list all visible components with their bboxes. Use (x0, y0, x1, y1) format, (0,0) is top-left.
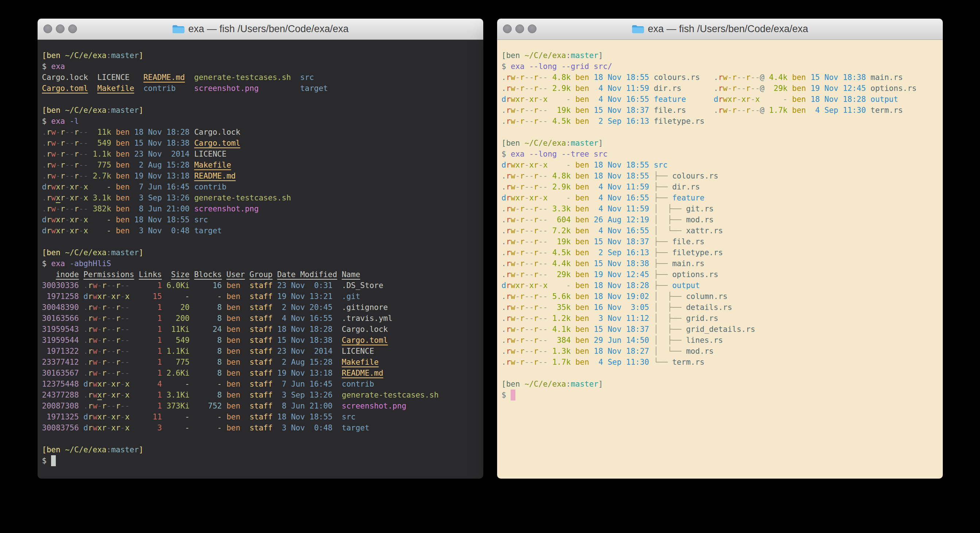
terminal-line: .rw-r--r-- 2.9k ben 4 Nov 11:59 ├── dir.… (501, 182, 940, 192)
terminal-line: .rw-r--r-- 7.2k ben 4 Nov 16:55 │ └── xa… (501, 225, 940, 236)
terminal-line: 24377288 .rwxr-xr-x 1 3.1Ki 8 ben staff … (42, 389, 480, 401)
terminal-line (42, 94, 480, 105)
terminal-line: .rw-r--r-- 5.6k ben 18 Nov 19:02 │ ├── c… (501, 291, 940, 302)
terminal-line: 30030336 .rw-r--r-- 1 6.0Ki 16 ben staff… (42, 280, 480, 291)
terminal-line: .rw-r--r-- 19k ben 15 Nov 18:37 ├── file… (501, 236, 940, 247)
terminal-line: $ exa --long --tree src (501, 148, 940, 160)
terminal-line: drwxr-xr-x - ben 7 Jun 16:45 contrib (42, 182, 480, 192)
terminal-line: [ben ~/C/e/exa:master] (42, 50, 480, 61)
desktop-background: { "windows": [ { "id": "terminal-dark", … (0, 0, 980, 533)
terminal-line: .rw-r--r-- 1.2k ben 3 Nov 11:12 │ ├── gr… (501, 313, 940, 324)
terminal-line: .rw-r--r-- 2.9k ben 4 Nov 11:59 dir.rs .… (501, 83, 940, 94)
terminal-line: 23377412 .rw-r--r-- 1 775 8 ben staff 2 … (42, 357, 480, 368)
terminal-line: 31959543 .rw-r--r-- 1 11Ki 24 ben staff … (42, 324, 480, 335)
window-title-group: exa — fish /Users/ben/Code/exa/exa (632, 23, 808, 35)
terminal-cursor (51, 455, 56, 466)
terminal-line: .rw-r--r-- 1.1k ben 23 Nov 2014 LICENCE (42, 148, 480, 160)
traffic-lights (43, 24, 77, 33)
terminal-line: .rwxr-xr-x 3.1k ben 3 Sep 13:26 generate… (42, 192, 480, 203)
terminal-window-light: exa — fish /Users/ben/Code/exa/exa [ben … (497, 19, 943, 479)
terminal-line: .rw-r--r-- 4.8k ben 18 Nov 18:55 colours… (501, 72, 940, 83)
close-button[interactable] (503, 24, 512, 33)
terminal-line: .rw-r--r-- 2.7k ben 19 Nov 13:18 README.… (42, 171, 480, 182)
terminal-line: inode Permissions Links Size Blocks User… (42, 269, 480, 280)
terminal-line: 1971258 drwxr-xr-x 15 - - ben staff 19 N… (42, 291, 480, 302)
terminal-line: 20087308 .rw-r--r-- 1 373Ki 752 ben staf… (42, 401, 480, 412)
terminal-line: drwxr-xr-x - ben 3 Nov 0:48 target (42, 225, 480, 236)
terminal-line: $ (42, 455, 480, 466)
terminal-line: 30048390 .rw-r--r-- 1 20 8 ben staff 2 N… (42, 302, 480, 313)
zoom-button[interactable] (68, 24, 77, 33)
terminal-line: .rw-r--r-- 29k ben 19 Nov 12:45 ├── opti… (501, 269, 940, 280)
terminal-line: drwxr-xr-x - ben 4 Nov 16:55 feature drw… (501, 94, 940, 105)
terminal-line: 30163566 .rw-r--r-- 1 200 8 ben staff 4 … (42, 313, 480, 324)
titlebar[interactable]: exa — fish /Users/ben/Code/exa/exa (497, 19, 943, 40)
terminal-line: 30083756 drwxr-xr-x 3 - - ben staff 3 No… (42, 422, 480, 433)
terminal-line: 12375448 drwxr-xr-x 4 - - ben staff 7 Ju… (42, 378, 480, 389)
terminal-line: drwxr-xr-x - ben 18 Nov 18:55 src (42, 214, 480, 225)
terminal-line: $ exa -l (42, 116, 480, 127)
terminal-line: .rw-r--r-- 1.3k ben 18 Nov 18:27 │ └── m… (501, 346, 940, 357)
terminal-line: [ben ~/C/e/exa:master] (42, 247, 480, 258)
terminal-line: [ben ~/C/e/exa:master] (501, 378, 940, 389)
folder-icon (172, 24, 185, 34)
terminal-line: Cargo.lock LICENCE README.md generate-te… (42, 72, 480, 83)
window-title: exa — fish /Users/ben/Code/exa/exa (188, 23, 349, 35)
terminal-line: .rw-r--r-- 775 ben 2 Aug 15:28 Makefile (42, 160, 480, 171)
terminal-line: .rw-r--r-- 1.7k ben 4 Sep 11:30 └── term… (501, 357, 940, 368)
terminal-line: .rw-r--r-- 382k ben 8 Jun 21:00 screensh… (42, 203, 480, 214)
terminal-line: [ben ~/C/e/exa:master] (42, 444, 480, 455)
terminal-line: [ben ~/C/e/exa:master] (501, 138, 940, 148)
terminal-line: .rw-r--r-- 384 ben 29 Jun 14:50 │ ├── li… (501, 335, 940, 346)
close-button[interactable] (43, 24, 52, 33)
folder-icon (632, 24, 644, 34)
terminal-line: drwxr-xr-x - ben 18 Nov 18:28 ├── output (501, 280, 940, 291)
terminal-line: .rw-r--r-- 604 ben 26 Aug 12:19 │ ├── mo… (501, 214, 940, 225)
terminal-line: $ exa --long --grid src/ (501, 61, 940, 72)
minimize-button[interactable] (515, 24, 524, 33)
titlebar[interactable]: exa — fish /Users/ben/Code/exa/exa (38, 19, 483, 40)
terminal-line: .rw-r--r-- 35k ben 16 Nov 3:05 │ ├── det… (501, 302, 940, 313)
terminal-content-light[interactable]: [ben ~/C/e/exa:master]$ exa --long --gri… (497, 40, 943, 479)
terminal-window-dark: exa — fish /Users/ben/Code/exa/exa [ben … (38, 19, 483, 479)
terminal-line: .rw-r--r-- 11k ben 18 Nov 18:28 Cargo.lo… (42, 127, 480, 138)
terminal-line: $ (501, 389, 940, 401)
terminal-line: .rw-r--r-- 4.8k ben 18 Nov 18:55 ├── col… (501, 171, 940, 182)
terminal-line: .rw-r--r-- 4.5k ben 2 Sep 16:13 filetype… (501, 116, 940, 127)
terminal-line: .rw-r--r-- 549 ben 15 Nov 18:38 Cargo.to… (42, 138, 480, 148)
window-title: exa — fish /Users/ben/Code/exa/exa (648, 23, 808, 35)
terminal-line: drwxr-xr-x - ben 4 Nov 16:55 ├── feature (501, 192, 940, 203)
terminal-line: 1971322 .rw-r--r-- 1 1.1Ki 8 ben staff 2… (42, 346, 480, 357)
traffic-lights (503, 24, 536, 33)
terminal-content-dark[interactable]: [ben ~/C/e/exa:master]$ exaCargo.lock LI… (38, 40, 483, 479)
terminal-line: $ exa (42, 61, 480, 72)
terminal-line: .rw-r--r-- 4.5k ben 2 Sep 16:13 ├── file… (501, 247, 940, 258)
terminal-line: drwxr-xr-x - ben 18 Nov 18:55 src (501, 160, 940, 171)
zoom-button[interactable] (528, 24, 536, 33)
window-title-group: exa — fish /Users/ben/Code/exa/exa (172, 23, 349, 35)
terminal-line: 1971325 drwxr-xr-x 11 - - ben staff 18 N… (42, 412, 480, 422)
terminal-line (501, 368, 940, 378)
terminal-line: .rw-r--r-- 4.4k ben 15 Nov 18:38 ├── mai… (501, 258, 940, 269)
terminal-line: Cargo.toml Makefile contrib screenshot.p… (42, 83, 480, 94)
terminal-line: 30163567 .rw-r--r-- 1 2.6Ki 8 ben staff … (42, 368, 480, 378)
terminal-line: [ben ~/C/e/exa:master] (501, 50, 940, 61)
terminal-line: [ben ~/C/e/exa:master] (42, 105, 480, 116)
terminal-line (42, 433, 480, 444)
terminal-line: .rw-r--r-- 4.1k ben 15 Nov 18:37 │ ├── g… (501, 324, 940, 335)
terminal-cursor (511, 389, 515, 401)
minimize-button[interactable] (56, 24, 65, 33)
terminal-line: .rw-r--r-- 19k ben 15 Nov 18:37 file.rs … (501, 105, 940, 116)
terminal-line: .rw-r--r-- 3.3k ben 4 Nov 11:59 │ ├── gi… (501, 203, 940, 214)
terminal-line (501, 127, 940, 138)
terminal-line (42, 236, 480, 247)
terminal-line: 31959544 .rw-r--r-- 1 549 8 ben staff 15… (42, 335, 480, 346)
terminal-line: $ exa -abghHliS (42, 258, 480, 269)
